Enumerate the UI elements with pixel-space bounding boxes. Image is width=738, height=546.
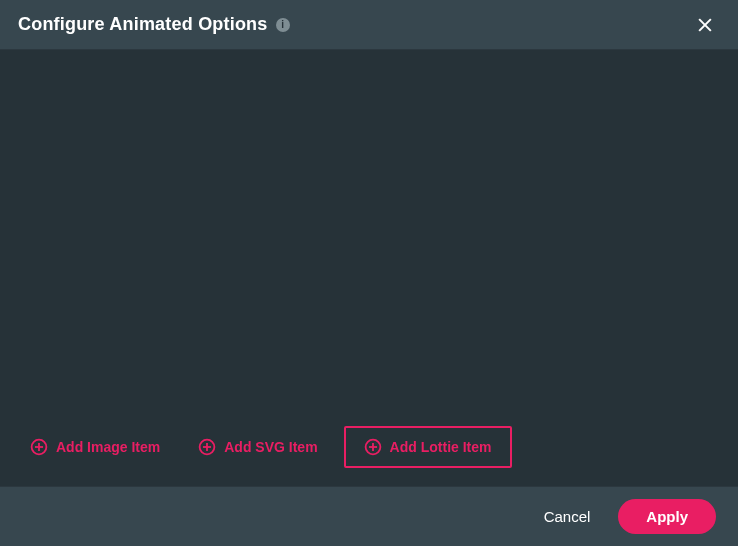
add-item-row: Add Image Item Add SVG Item [18,426,512,468]
info-icon[interactable]: i [276,18,290,32]
add-svg-item-button[interactable]: Add SVG Item [186,430,329,464]
add-image-item-label: Add Image Item [56,439,160,455]
add-lottie-item-label: Add Lottie Item [390,439,492,455]
plus-circle-icon [198,438,216,456]
close-button[interactable] [690,10,720,40]
apply-button[interactable]: Apply [618,499,716,534]
dialog-footer: Cancel Apply [0,486,738,546]
add-lottie-item-button[interactable]: Add Lottie Item [344,426,512,468]
add-image-item-button[interactable]: Add Image Item [18,430,172,464]
configure-animated-options-dialog: Configure Animated Options i Add Image I… [0,0,738,546]
cancel-button[interactable]: Cancel [534,500,601,533]
plus-circle-icon [30,438,48,456]
dialog-header: Configure Animated Options i [0,0,738,50]
add-svg-item-label: Add SVG Item [224,439,317,455]
close-icon [695,15,715,35]
plus-circle-icon [364,438,382,456]
dialog-body: Add Image Item Add SVG Item [0,50,738,486]
dialog-title: Configure Animated Options [18,14,268,35]
